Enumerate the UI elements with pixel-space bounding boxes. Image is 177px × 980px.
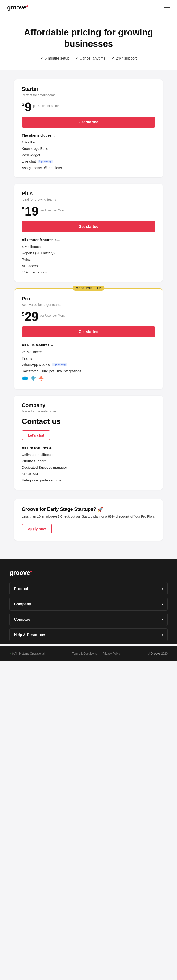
price-period-pro: per User per Month (40, 313, 66, 317)
feature-text: Enterprise grade security (22, 478, 61, 482)
all-systems-text: ● © All Systems Operational (9, 652, 44, 655)
list-item: Salesforce, HubSpot, Jira Integrations (22, 369, 155, 373)
features-list: ✓ 5 minute setup ✓ Cancel anytime ✓ 24/7… (14, 56, 163, 60)
most-popular-badge: MOST POPULAR (73, 286, 104, 291)
feature-text: Salesforce, HubSpot, Jira Integrations (22, 369, 81, 373)
plan-card-plus: Plus Ideal for growing teams $ 19 per Us… (14, 184, 163, 282)
plan-card-starter: Starter Perfect for small teams $ 9 per … (14, 80, 163, 177)
plan-name-company: Company (22, 402, 155, 409)
feature-text: Web widget (22, 153, 40, 157)
plan-desc-pro: Best value for larger teams (22, 303, 155, 307)
hero-section: Affordable pricing for growing businesse… (0, 15, 177, 70)
footer-menu-item-compare[interactable]: Compare › (9, 613, 168, 626)
feature-item-3: ✓ 24/7 support (111, 56, 137, 60)
plan-includes-title-starter: The plan includes... (22, 133, 155, 137)
feature-text: 25 Mailboxes (22, 350, 43, 354)
feature-text: Unlimited mailboxes (22, 453, 53, 457)
contact-us-title: Contact us (22, 417, 155, 426)
price-dollar-starter: $ (22, 102, 24, 107)
svg-point-9 (39, 378, 40, 379)
list-item: Rules (22, 258, 155, 261)
check-icon-1: ✓ (40, 56, 43, 60)
plan-features-plus: 5 Mailboxes Reports (Full history) Rules… (22, 245, 155, 274)
price-period-plus: per User per Month (40, 208, 66, 212)
plan-desc-company: Made for the enterprise (22, 409, 155, 413)
list-item: Reports (Full history) (22, 251, 155, 255)
feature-text-1: 5 minute setup (44, 56, 70, 60)
get-started-button-plus[interactable]: Get started (22, 221, 155, 232)
chevron-right-icon: › (162, 632, 163, 637)
footer-menu-item-help[interactable]: Help & Resources › (9, 628, 168, 641)
svg-point-10 (43, 378, 44, 379)
salesforce-icon (22, 375, 28, 382)
hamburger-menu-button[interactable] (164, 6, 170, 10)
list-item: WhatsApp & SMS Upcoming (22, 363, 155, 367)
footer-links: Terms & Conditions Privacy Policy (72, 652, 120, 655)
upcoming-badge: Upcoming (52, 363, 67, 366)
feature-text: Teams (22, 356, 32, 360)
plan-features-starter: 1 Mailbox Knowledge Base Web widget Live… (22, 140, 155, 170)
price-dollar-plus: $ (22, 206, 24, 212)
list-item: 25 Mailboxes (22, 350, 155, 354)
footer-menu-label: Product (14, 587, 28, 591)
check-icon-3: ✓ (111, 56, 114, 60)
privacy-link[interactable]: Privacy Policy (103, 652, 120, 655)
get-started-button-starter[interactable]: Get started (22, 117, 155, 128)
plan-desc-plus: Ideal for growing teams (22, 197, 155, 201)
feature-item-1: ✓ 5 minute setup (40, 56, 70, 60)
list-item: SSO/SAML (22, 472, 155, 476)
footer-menu-label: Company (14, 602, 31, 606)
copyright-text: © Groove 2020 (148, 652, 168, 655)
get-started-button-pro[interactable]: Get started (22, 326, 155, 337)
footer-logo-dot (30, 571, 32, 573)
plan-card-pro: MOST POPULAR Pro Best value for larger t… (14, 288, 163, 389)
list-item: Dedicated Success manager (22, 465, 155, 469)
plan-name-plus: Plus (22, 191, 155, 197)
plan-includes-title-company: All Pro features &... (22, 446, 155, 450)
lets-chat-button[interactable]: Let's chat (22, 430, 50, 440)
list-item: API access (22, 264, 155, 268)
svg-point-3 (24, 376, 27, 379)
price-amount-plus: 19 (25, 205, 38, 218)
list-item: 40+ integrations (22, 270, 155, 274)
startup-title: Groove for Early Stage Startups? 🚀 (22, 506, 155, 512)
logo: groove (7, 4, 28, 11)
list-item: 1 Mailbox (22, 140, 155, 144)
feature-text: 5 Mailboxes (22, 245, 41, 249)
terms-link[interactable]: Terms & Conditions (72, 652, 97, 655)
list-item: Knowledge Base (22, 146, 155, 151)
integration-logos (22, 375, 155, 382)
startup-wrapper: Groove for Early Stage Startups? 🚀 Less … (0, 499, 177, 560)
plan-price-plus: $ 19 per User per Month (22, 205, 155, 218)
plan-features-company: Unlimited mailboxes Priority support Ded… (22, 453, 155, 482)
feature-text-3: 24/7 support (116, 56, 137, 60)
footer-menu-label: Compare (14, 617, 30, 622)
list-item: Assignments, @mentions (22, 166, 155, 170)
pricing-section: Starter Perfect for small teams $ 9 per … (0, 70, 177, 499)
footer-menu: Product › Company › Compare › Help & Res… (9, 582, 168, 644)
price-dollar-pro: $ (22, 311, 24, 317)
startup-desc: Less than 10 employees? Check out our St… (22, 514, 155, 519)
check-icon-2: ✓ (75, 56, 78, 60)
footer-bottom: ● © All Systems Operational Terms & Cond… (0, 646, 177, 661)
svg-point-8 (41, 380, 42, 381)
chevron-right-icon: › (162, 617, 163, 622)
footer-logo: groove (9, 569, 168, 576)
price-amount-pro: 29 (25, 310, 38, 323)
plan-name-pro: Pro (22, 296, 155, 302)
list-item: Teams (22, 356, 155, 360)
feature-text: Live chat (22, 159, 36, 163)
footer-menu-item-product[interactable]: Product › (9, 582, 168, 595)
hamburger-line-2 (164, 7, 170, 8)
plan-price-pro: $ 29 per User per Month (22, 310, 155, 323)
hero-title: Affordable pricing for growing businesse… (14, 27, 163, 49)
price-amount-starter: 9 (25, 101, 32, 113)
apply-now-button[interactable]: Apply now (22, 524, 52, 533)
startup-section: Groove for Early Stage Startups? 🚀 Less … (14, 499, 163, 541)
upcoming-badge: Upcoming (38, 159, 53, 163)
feature-text: 40+ integrations (22, 270, 47, 274)
svg-point-6 (40, 377, 42, 379)
plan-price-starter: $ 9 per User per Month (22, 101, 155, 113)
footer-menu-item-company[interactable]: Company › (9, 598, 168, 611)
feature-text: WhatsApp & SMS (22, 363, 50, 367)
